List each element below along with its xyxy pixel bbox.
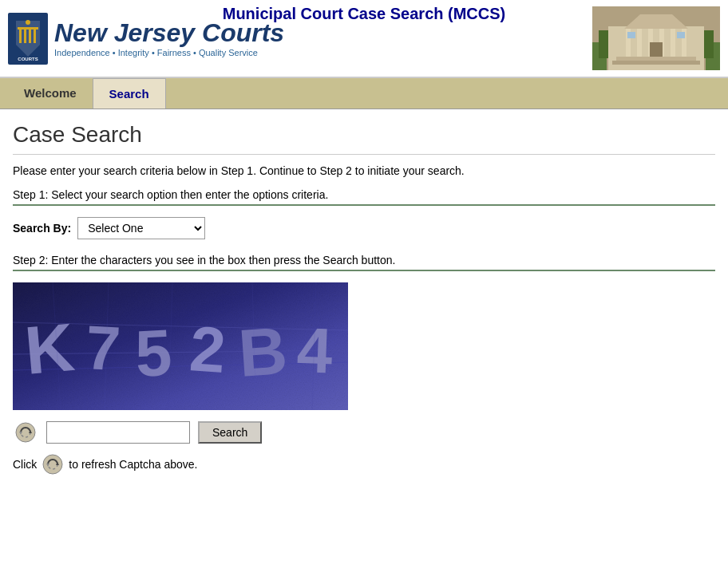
- svg-rect-24: [677, 32, 685, 38]
- captcha-input[interactable]: [46, 421, 190, 444]
- nav-welcome[interactable]: Welcome: [8, 78, 93, 109]
- refresh-text-before: Click: [13, 458, 37, 471]
- svg-text:2: 2: [188, 313, 228, 386]
- svg-point-43: [16, 423, 35, 442]
- navbar: Welcome Search: [0, 78, 728, 109]
- svg-rect-20: [616, 57, 696, 61]
- captcha-svg: K 7 5 2 B 4: [13, 282, 348, 410]
- step2-header: Step 2: Enter the characters you see in …: [13, 254, 715, 271]
- svg-text:5: 5: [133, 316, 173, 390]
- svg-text:B: B: [236, 313, 290, 391]
- refresh-icon: [14, 421, 37, 444]
- refresh-captcha-button[interactable]: [13, 420, 38, 445]
- step1-header: Step 1: Select your search option then e…: [13, 188, 715, 206]
- svg-rect-3: [24, 29, 26, 43]
- svg-text:7: 7: [84, 312, 122, 384]
- logo-text-area: New Jersey Courts Independence • Integri…: [54, 19, 284, 57]
- svg-rect-4: [29, 29, 31, 43]
- search-by-select[interactable]: Select OneCase NumberTicket NumberDefend…: [77, 217, 205, 239]
- svg-text:COURTS: COURTS: [18, 57, 38, 61]
- captcha-image: K 7 5 2 B 4: [13, 282, 348, 410]
- search-by-row: Search By: Select OneCase NumberTicket N…: [13, 217, 715, 239]
- refresh-text-after: to refresh Captcha above.: [69, 458, 197, 471]
- nj-seal-icon: COURTS: [8, 13, 48, 65]
- svg-point-46: [43, 455, 62, 474]
- logo-area: COURTS New Jersey Courts Independence • …: [8, 13, 284, 65]
- svg-rect-15: [637, 29, 642, 57]
- logo-subtitle: Independence • Integrity • Fairness • Qu…: [54, 48, 284, 57]
- svg-rect-22: [650, 42, 663, 57]
- svg-rect-21: [612, 61, 700, 65]
- refresh-inline-icon[interactable]: [42, 453, 64, 475]
- svg-text:K: K: [22, 309, 77, 389]
- svg-rect-2: [19, 29, 22, 43]
- nav-search[interactable]: Search: [93, 78, 166, 109]
- svg-rect-18: [671, 29, 675, 57]
- refresh-text-row: Click to refresh Captcha above.: [13, 453, 715, 475]
- courthouse-image: [592, 6, 720, 70]
- search-button[interactable]: Search: [198, 421, 262, 444]
- main-content: Case Search Please enter your search cri…: [0, 109, 728, 499]
- search-by-label: Search By:: [13, 222, 71, 235]
- refresh-inline-svg-icon: [42, 453, 64, 475]
- page-title: Case Search: [13, 122, 715, 155]
- captcha-input-row: Search: [13, 420, 715, 445]
- svg-rect-11: [599, 30, 608, 58]
- svg-rect-6: [18, 27, 38, 30]
- svg-point-7: [26, 20, 30, 25]
- logo-title: New Jersey Courts: [54, 19, 284, 47]
- svg-rect-26: [704, 30, 714, 58]
- svg-rect-5: [34, 29, 36, 43]
- svg-rect-23: [627, 32, 635, 38]
- intro-text: Please enter your search criteria below …: [13, 164, 715, 177]
- captcha-section: K 7 5 2 B 4: [13, 282, 715, 475]
